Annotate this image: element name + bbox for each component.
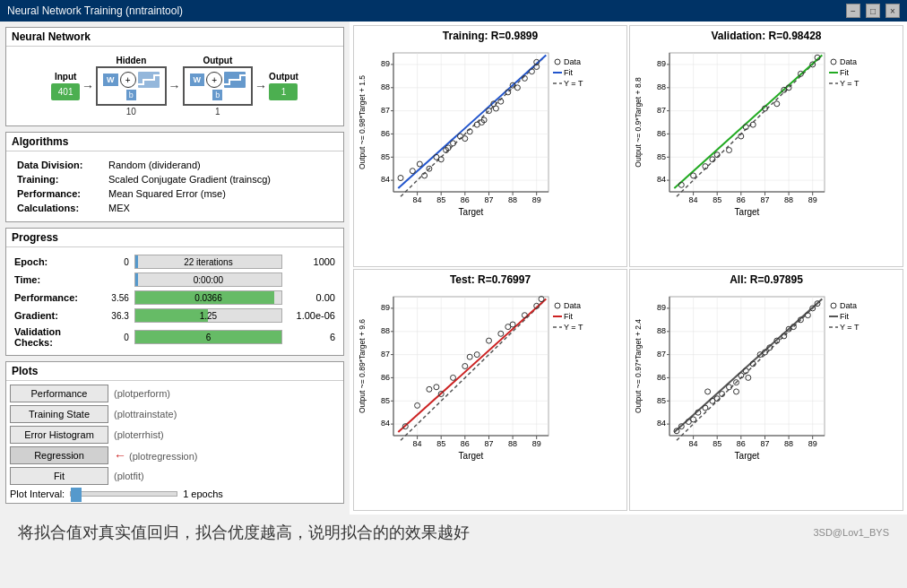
svg-text:85: 85 [381,396,390,405]
progress-end [285,271,338,289]
window-title: Neural Network Training (nntraintool) [7,4,183,17]
algo-label: Data Division: [13,159,103,171]
progress-table: Epoch: 0 22 iterations 1000 Time: 0:00:0… [12,253,338,350]
output-add: + [206,72,222,88]
svg-text:86: 86 [381,373,390,382]
svg-point-167 [831,303,836,308]
svg-text:86: 86 [657,373,666,382]
svg-text:88: 88 [508,195,517,204]
progress-bar-cell: 22 iterations [132,253,285,271]
progress-row: Time: 0:00:00 [12,271,338,289]
svg-point-125 [555,303,560,308]
chart-test: Test: R=0.76997 848586878889 84858687888… [353,269,627,511]
svg-text:86: 86 [461,195,470,204]
y-axis-label: Output ~= 0.98*Target + 1.5 [358,75,367,169]
watermark: 3SD@Lov1_BYS [813,527,889,538]
plots-section: Plots Performance(plotperform)Training S… [5,361,344,504]
progress-bar-text: 22 iterations [135,255,281,270]
svg-text:87: 87 [760,439,769,448]
algorithms-title: Algorithms [6,133,343,151]
plot-button[interactable]: Training State [10,405,108,423]
output-node-size: 1 [274,87,292,97]
hidden-add: + [120,72,136,88]
maximize-button[interactable]: □ [866,4,880,18]
svg-text:85: 85 [436,195,445,204]
progress-label: Performance: [12,289,98,307]
plot-buttons-container: Performance(plotperform)Training State(p… [10,385,340,485]
progress-bar-text: 6 [135,331,281,345]
progress-bar-text: 0.0366 [135,291,281,306]
hidden-activation-icon [138,72,160,88]
svg-text:89: 89 [808,195,817,204]
hidden-b: b [126,90,136,100]
legend-data: Data [840,57,857,66]
close-button[interactable]: × [885,4,900,18]
progress-start: 36.3 [98,307,131,324]
legend-data: Data [564,301,581,310]
hidden-layer-box: W + b [96,66,167,106]
output-b: b [212,90,222,100]
legend-yt: Y = T [564,79,583,88]
hidden-size: 10 [126,107,136,117]
chart-title-all: All: R=0.97895 [730,273,803,286]
algo-row: Calculations:MEX [13,202,336,214]
chart-svg-wrap-training: 848586878889 848586878889 Target Output … [356,44,625,264]
output-w: W [190,74,205,86]
plot-button-row: Regression← (plotregression) [10,446,340,464]
algorithms-body: Data Division:Random (dividerand)Trainin… [6,151,343,221]
plot-button[interactable]: Fit [10,467,108,485]
plot-button-row: Error Histogram(ploterrhist) [10,426,340,444]
algo-value: MEX [105,202,336,214]
input-node: 401 [51,83,80,100]
progress-label: Validation Checks: [12,324,98,350]
plot-hint: ← (plotregression) [114,448,197,463]
progress-row: Gradient: 36.3 1.25 1.00e-06 [12,307,338,324]
svg-text:84: 84 [689,439,698,448]
chart-title-validation: Validation: R=0.98428 [711,30,821,42]
progress-start: 0 [98,253,131,271]
progress-label: Gradient: [12,307,98,324]
progress-end: 0.00 [285,289,338,307]
plot-interval-slider[interactable] [70,491,177,497]
legend-yt: Y = T [840,323,859,332]
algo-label: Calculations: [13,202,103,214]
svg-text:89: 89 [381,59,390,68]
progress-label: Time: [12,271,98,289]
progress-bar: 22 iterations [134,255,282,269]
minimize-button[interactable]: − [846,4,860,18]
svg-text:89: 89 [532,195,541,204]
plot-button[interactable]: Regression [10,446,108,464]
progress-bar-cell: 6 [132,324,285,350]
svg-text:86: 86 [461,439,470,448]
svg-text:88: 88 [381,326,390,335]
x-axis-label: Target [459,207,484,217]
plot-button-row: Training State(plottrainstate) [10,405,340,423]
hidden-w: W [103,74,118,86]
algo-value: Scaled Conjugate Gradient (trainscg) [105,173,336,186]
plots-title: Plots [6,362,343,381]
algorithms-table: Data Division:Random (dividerand)Trainin… [12,157,338,216]
svg-text:89: 89 [657,59,666,68]
progress-end: 6 [285,324,338,350]
progress-row: Validation Checks: 0 6 6 [12,324,338,350]
svg-text:89: 89 [657,303,666,312]
output-size: 1 [215,107,220,117]
svg-text:85: 85 [657,152,666,161]
svg-text:88: 88 [784,439,793,448]
svg-text:84: 84 [413,439,422,448]
plot-button[interactable]: Error Histogram [10,426,108,444]
algo-value: Random (dividerand) [105,159,336,171]
arrow-2: → [168,79,181,93]
y-axis-label: Output ~= 0.9*Target + 8.8 [634,77,643,168]
plot-button[interactable]: Performance [10,385,108,402]
plot-hint: (plottrainstate) [114,409,177,419]
algo-row: Performance:Mean Squared Error (mse) [13,187,336,200]
progress-start: 0 [98,324,131,350]
left-panel: Neural Network Input 401 → Hidden [0,22,350,514]
progress-bar: 1.25 [134,308,282,323]
bottom-bar: 将拟合值对真实值回归，拟合优度越高，说明拟合的的效果越好 3SD@Lov1_BY… [0,514,907,550]
algo-value: Mean Squared Error (mse) [105,187,336,200]
window-controls[interactable]: − □ × [846,4,900,18]
svg-point-83 [831,59,836,65]
output-layer-box: W + b [183,66,254,106]
